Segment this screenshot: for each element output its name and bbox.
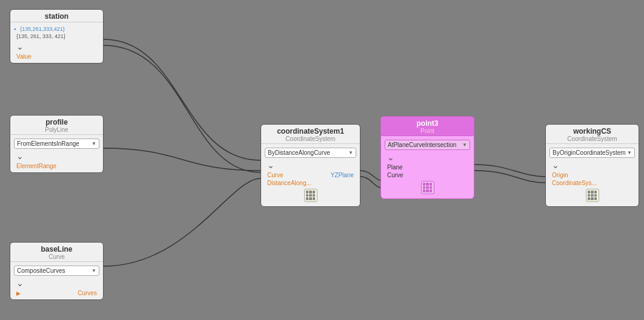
station-chevron[interactable]: ⌄ (16, 42, 24, 51)
baseline-title: baseLine (15, 245, 98, 253)
cs1-dropdown1-label: ByDistanceAlongCurve (268, 149, 330, 156)
station-value-port: Value (14, 53, 99, 60)
workingcs-origin-port: Origin (549, 171, 635, 179)
profile-subtitle: PolyLine (15, 126, 98, 133)
baseline-curves-label: Curves (78, 290, 97, 296)
cs1-curve-port: Curve YZPlane (265, 171, 356, 179)
workingcs-coordsys-label: CoordinateSys... (552, 180, 597, 186)
p3gc1 (423, 183, 426, 186)
gc8 (309, 197, 312, 200)
workingcs-title: workingCS (551, 127, 634, 136)
profile-elementrange-label: ElementRange (16, 163, 56, 169)
cs1-title: coordinateSystem1 (266, 127, 355, 136)
wgc9 (594, 197, 597, 200)
cs1-node: coordinateSystem1 CoordinateSystem ByDis… (261, 124, 360, 207)
cs1-subtitle: CoordinateSystem (266, 136, 355, 142)
station-value-label: Value (16, 53, 32, 60)
workingcs-header: workingCS CoordinateSystem (546, 125, 639, 144)
point3-dropdown1[interactable]: AtPlaneCurveIntersection ▼ (385, 140, 470, 150)
point3-dropdown1-arrow: ▼ (462, 142, 467, 148)
workingcs-grid-icon[interactable] (586, 189, 599, 202)
wgc1 (588, 191, 591, 194)
gc1 (306, 191, 309, 194)
cs1-dropdown1[interactable]: ByDistanceAlongCurve ▼ (265, 148, 356, 158)
gc9 (313, 197, 316, 200)
cs1-body: ByDistanceAlongCurve ▼ ⌄ Curve YZPlane D… (261, 144, 360, 206)
point3-chevron[interactable]: ⌄ (387, 152, 394, 162)
baseline-dropdown1[interactable]: CompositeCurves ▼ (14, 266, 99, 276)
wgc3 (594, 191, 597, 194)
cs1-distancealong-port: DistanceAlong... (265, 179, 356, 187)
baseline-body: CompositeCurves ▼ ⌄ ▶ Curves (10, 262, 103, 299)
point3-plane-label: Plane (387, 164, 403, 171)
wgc6 (594, 194, 597, 197)
workingcs-origin-label: Origin (552, 172, 568, 178)
workingcs-chevron[interactable]: ⌄ (552, 160, 559, 170)
workingcs-chevron-row[interactable]: ⌄ (549, 159, 635, 171)
baseline-node: baseLine Curve CompositeCurves ▼ ⌄ ▶ Cur… (10, 242, 104, 300)
profile-chevron-row[interactable]: ⌄ (14, 150, 99, 162)
cs1-distancealong-label: DistanceAlong... (267, 180, 311, 186)
profile-title: profile (15, 118, 98, 126)
gc3 (313, 191, 316, 194)
cs1-dropdown1-arrow: ▼ (348, 150, 353, 155)
profile-chevron[interactable]: ⌄ (16, 151, 24, 161)
point3-curve-port: Curve (385, 171, 470, 179)
profile-header: profile PolyLine (10, 116, 103, 135)
workingcs-subtitle: CoordinateSystem (551, 136, 634, 142)
workingcs-coordsys-port: CoordinateSys... (549, 179, 635, 187)
baseline-header: baseLine Curve (10, 243, 103, 262)
wgc7 (588, 197, 591, 200)
p3gc8 (426, 189, 429, 192)
cs1-chevron[interactable]: ⌄ (267, 160, 274, 170)
p3gc4 (423, 186, 426, 189)
profile-dropdown1-label: FromElementsInRange (17, 140, 79, 147)
p3gc6 (430, 186, 433, 189)
point3-subtitle: Point (386, 128, 469, 134)
point3-header: point3 Point (381, 117, 474, 136)
point3-icon-row (385, 179, 470, 196)
workingcs-dropdown1-arrow: ▼ (627, 150, 632, 155)
workingcs-body: ByOriginCoordinateSystem ▼ ⌄ Origin Coor… (546, 144, 639, 206)
baseline-chevron-row[interactable]: ⌄ (14, 277, 99, 289)
workingcs-dropdown1-label: ByOriginCoordinateSystem (553, 149, 626, 156)
point3-chevron-row[interactable]: ⌄ (385, 151, 470, 163)
station-header: station (10, 10, 103, 22)
station-row1: ▪ {135,261,333,421} (14, 26, 99, 32)
cs1-yzplane-label: YZPlane (331, 172, 354, 178)
point3-title: point3 (386, 119, 469, 128)
wgc4 (588, 194, 591, 197)
profile-body: FromElementsInRange ▼ ⌄ ElementRange (10, 135, 103, 172)
point3-body: AtPlaneCurveIntersection ▼ ⌄ Plane Curve (381, 136, 474, 198)
point3-plane-port: Plane (385, 163, 470, 171)
gc5 (309, 194, 312, 197)
baseline-chevron[interactable]: ⌄ (16, 278, 24, 288)
profile-dropdown1[interactable]: FromElementsInRange ▼ (14, 139, 99, 149)
baseline-dropdown1-arrow: ▼ (91, 268, 96, 273)
p3gc5 (426, 186, 429, 189)
wgc5 (591, 194, 594, 197)
p3gc3 (430, 183, 433, 186)
profile-dropdown1-arrow: ▼ (91, 141, 96, 146)
workingcs-icon-row (549, 187, 635, 204)
cs1-chevron-row[interactable]: ⌄ (265, 159, 356, 171)
cs1-header: coordinateSystem1 CoordinateSystem (261, 125, 360, 144)
point3-node: point3 Point AtPlaneCurveIntersection ▼ … (380, 116, 474, 199)
p3gc7 (423, 189, 426, 192)
point3-dropdown1-label: AtPlaneCurveIntersection (388, 142, 456, 148)
baseline-curves-port: ▶ Curves (14, 289, 99, 297)
station-chevron-row[interactable]: ⌄ (14, 41, 99, 53)
station-row2: {135, 261, 333, 421} (14, 33, 99, 39)
workingcs-dropdown1[interactable]: ByOriginCoordinateSystem ▼ (549, 148, 635, 158)
station-body: ▪ {135,261,333,421} {135, 261, 333, 421}… (10, 22, 103, 63)
station-node: station ▪ {135,261,333,421} {135, 261, 3… (10, 9, 104, 64)
profile-node: profile PolyLine FromElementsInRange ▼ ⌄… (10, 115, 104, 173)
point3-grid-icon[interactable] (421, 181, 434, 194)
baseline-subtitle: Curve (15, 253, 98, 260)
wgc8 (591, 197, 594, 200)
cs1-curve-label: Curve (267, 172, 284, 178)
gc7 (306, 197, 309, 200)
gc4 (306, 194, 309, 197)
cs1-grid-icon[interactable] (304, 189, 317, 202)
station-value1: {135,261,333,421} (18, 26, 65, 32)
